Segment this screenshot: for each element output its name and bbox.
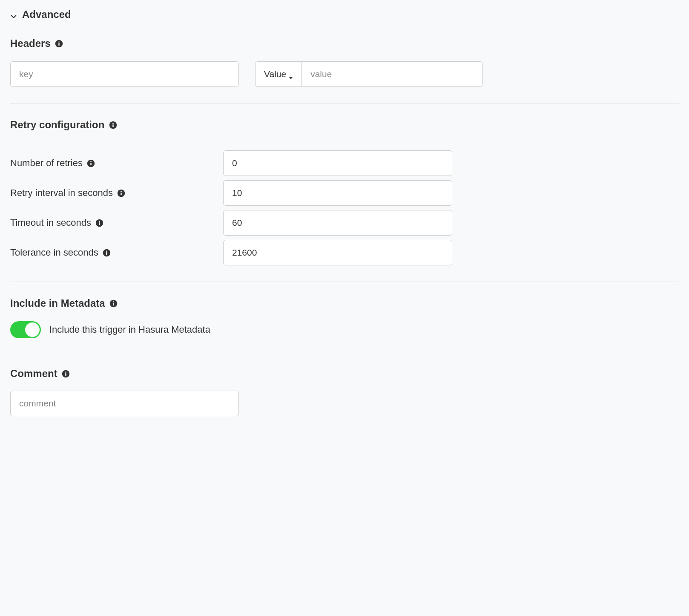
- retry-label: Retry interval in seconds: [10, 187, 113, 199]
- info-icon[interactable]: [87, 159, 95, 167]
- svg-point-13: [99, 221, 100, 222]
- divider: [10, 103, 679, 104]
- metadata-title: Include in Metadata: [10, 297, 105, 309]
- divider: [10, 282, 679, 282]
- svg-rect-2: [58, 43, 60, 45]
- svg-point-7: [91, 161, 92, 162]
- metadata-title-row: Include in Metadata: [10, 297, 679, 309]
- info-icon[interactable]: [55, 39, 63, 48]
- svg-point-16: [106, 250, 107, 252]
- svg-rect-23: [65, 373, 66, 375]
- header-value-type-dropdown[interactable]: Value: [255, 61, 301, 87]
- retry-title: Retry configuration: [10, 119, 104, 131]
- comment-input[interactable]: [10, 391, 239, 416]
- svg-rect-11: [121, 192, 122, 195]
- timeout-input[interactable]: [223, 210, 452, 236]
- svg-point-1: [58, 41, 60, 43]
- info-icon[interactable]: [117, 189, 126, 197]
- retry-label: Number of retries: [10, 158, 83, 169]
- svg-point-4: [112, 123, 114, 124]
- caret-down-icon: [289, 72, 293, 76]
- info-icon[interactable]: [103, 248, 111, 257]
- headers-title-row: Headers: [10, 37, 679, 49]
- comment-title: Comment: [10, 368, 57, 380]
- retry-label: Tolerance in seconds: [10, 247, 98, 258]
- svg-rect-14: [99, 222, 100, 225]
- retry-row-timeout: Timeout in seconds: [10, 210, 679, 236]
- svg-rect-20: [113, 302, 114, 305]
- retry-row-interval: Retry interval in seconds: [10, 180, 679, 206]
- retry-title-row: Retry configuration: [10, 119, 679, 131]
- info-icon[interactable]: [62, 369, 70, 378]
- include-metadata-label: Include this trigger in Hasura Metadata: [49, 324, 210, 335]
- retry-row-tolerance: Tolerance in seconds: [10, 240, 679, 265]
- num-retries-input[interactable]: [223, 150, 452, 176]
- svg-rect-5: [112, 124, 114, 127]
- headers-title: Headers: [10, 37, 51, 49]
- header-key-input[interactable]: [10, 61, 239, 87]
- retry-label: Timeout in seconds: [10, 217, 91, 228]
- svg-rect-17: [106, 252, 107, 254]
- info-icon[interactable]: [109, 299, 118, 308]
- include-metadata-toggle[interactable]: [10, 321, 41, 338]
- retry-interval-input[interactable]: [223, 180, 452, 206]
- comment-title-row: Comment: [10, 368, 679, 380]
- advanced-title: Advanced: [22, 9, 71, 20]
- retry-row-num-retries: Number of retries: [10, 150, 679, 176]
- svg-rect-8: [91, 162, 92, 165]
- svg-point-19: [113, 301, 114, 302]
- tolerance-input[interactable]: [223, 240, 452, 265]
- info-icon[interactable]: [95, 219, 104, 227]
- chevron-down-icon: [10, 11, 17, 18]
- header-value-input[interactable]: [301, 61, 483, 87]
- header-value-type-label: Value: [264, 69, 286, 79]
- svg-point-22: [65, 371, 66, 373]
- divider: [10, 352, 679, 352]
- toggle-knob: [25, 322, 40, 337]
- advanced-section-toggle[interactable]: Advanced: [10, 9, 679, 20]
- svg-point-10: [121, 191, 122, 192]
- info-icon[interactable]: [109, 121, 117, 129]
